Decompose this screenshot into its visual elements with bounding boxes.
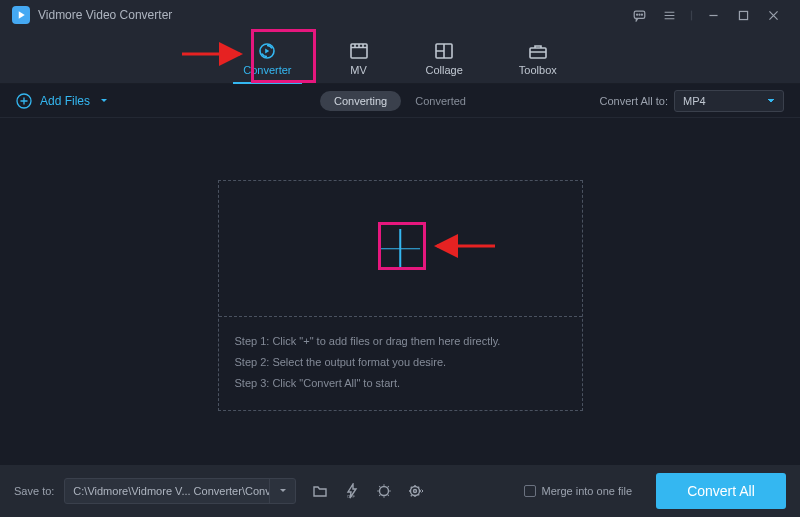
convert-all-button[interactable]: Convert All [656, 473, 786, 509]
svg-point-12 [411, 487, 420, 496]
tab-label: Converter [243, 64, 291, 76]
svg-text:OFF: OFF [347, 494, 356, 499]
open-folder-icon[interactable] [310, 481, 330, 501]
toolbox-icon [527, 42, 549, 60]
high-speed-icon[interactable] [374, 481, 394, 501]
hardware-accel-icon[interactable]: OFF [342, 481, 362, 501]
svg-rect-8 [530, 48, 546, 58]
merge-checkbox[interactable]: Merge into one file [524, 485, 633, 497]
instruction-steps: Step 1: Click "+" to add files or drag t… [219, 317, 582, 410]
add-files-plus-button[interactable] [380, 229, 420, 269]
segment-converted[interactable]: Converted [401, 91, 480, 111]
merge-label: Merge into one file [542, 485, 633, 497]
divider [684, 0, 698, 30]
drop-zone[interactable]: Step 1: Click "+" to add files or drag t… [218, 180, 583, 411]
tab-label: Toolbox [519, 64, 557, 76]
add-files-label: Add Files [40, 94, 90, 108]
settings-icon[interactable] [406, 481, 426, 501]
tab-collage[interactable]: Collage [418, 30, 471, 84]
tab-converter[interactable]: Converter [235, 30, 299, 84]
step-text: Step 3: Click "Convert All" to start. [235, 373, 566, 394]
step-text: Step 2: Select the output format you des… [235, 352, 566, 373]
tab-label: Collage [426, 64, 463, 76]
svg-point-2 [639, 14, 640, 15]
svg-point-11 [380, 487, 389, 496]
tab-toolbox[interactable]: Toolbox [511, 30, 565, 84]
svg-point-13 [414, 490, 417, 493]
tab-label: MV [350, 64, 367, 76]
minimize-button[interactable] [698, 0, 728, 30]
feedback-icon[interactable] [624, 0, 654, 30]
chevron-down-icon [100, 97, 108, 105]
svg-point-3 [641, 14, 642, 15]
tab-mv[interactable]: MV [340, 30, 378, 84]
segment-converting[interactable]: Converting [320, 91, 401, 111]
save-path-input[interactable]: C:\Vidmore\Vidmore V... Converter\Conver… [65, 479, 269, 503]
save-to-label: Save to: [14, 485, 54, 497]
svg-point-1 [636, 14, 637, 15]
menu-icon[interactable] [654, 0, 684, 30]
mv-icon [348, 42, 370, 60]
checkbox-icon [524, 485, 536, 497]
collage-icon [433, 42, 455, 60]
output-format-select[interactable]: MP4 [674, 90, 784, 112]
add-files-button[interactable]: Add Files [16, 93, 108, 109]
selected-format: MP4 [683, 95, 706, 107]
maximize-button[interactable] [728, 0, 758, 30]
converter-icon [256, 42, 278, 60]
step-text: Step 1: Click "+" to add files or drag t… [235, 331, 566, 352]
convert-all-to-label: Convert All to: [600, 95, 668, 107]
plus-circle-icon [16, 93, 32, 109]
close-button[interactable] [758, 0, 788, 30]
svg-rect-4 [739, 11, 747, 19]
status-segment: Converting Converted [320, 91, 480, 111]
app-title: Vidmore Video Converter [38, 8, 172, 22]
save-path-dropdown[interactable] [269, 479, 295, 503]
app-logo [12, 6, 30, 24]
chevron-down-icon [767, 97, 775, 105]
